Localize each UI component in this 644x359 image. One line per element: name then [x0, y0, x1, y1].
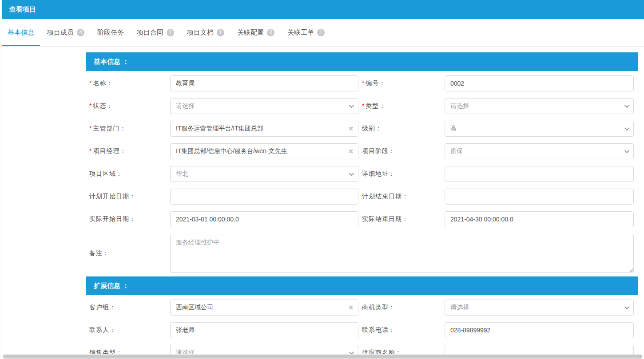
department-clear-icon[interactable]: ✖ — [348, 126, 354, 132]
customer-group-input[interactable] — [170, 300, 358, 316]
tab-project-members[interactable]: 项目成员 4 — [41, 19, 90, 46]
actual-end-input[interactable] — [445, 211, 634, 227]
field-label-plan-end: 计划结束日期： — [358, 193, 445, 201]
required-marker: * — [362, 79, 364, 87]
remark-textarea[interactable]: 服务经理维护中 — [170, 234, 634, 273]
section-title: 扩展信息 ： — [94, 282, 129, 290]
tab-label: 项目合同 — [137, 28, 163, 37]
field-label-actual-start: 实际开始日期： — [86, 215, 170, 223]
section-header-extended: 扩展信息 ： — [86, 276, 638, 295]
field-label-code: * 编号： — [358, 79, 445, 87]
actual-start-input[interactable] — [170, 211, 358, 227]
form-content: 基本信息 ： * 名称： * 编号： * 状态： — [86, 47, 638, 359]
window-titlebar: 查看项目 — [2, 0, 644, 19]
phone-input[interactable] — [445, 322, 634, 338]
tab-label: 关联工单 — [287, 28, 314, 37]
level-select[interactable]: 高 — [445, 121, 634, 137]
plan-end-input[interactable] — [445, 189, 634, 205]
field-label-address: 详细地址： — [358, 170, 445, 178]
field-label-region: 项目区域： — [86, 170, 170, 178]
field-label-contact: 联系人： — [86, 326, 170, 334]
required-marker: * — [89, 125, 91, 132]
field-label-opportunity-type: 商机类型： — [358, 304, 445, 312]
contact-input[interactable] — [170, 322, 358, 338]
type-select[interactable]: 请选择 — [445, 98, 634, 114]
tab-stage-tasks[interactable]: 阶段任务 — [91, 19, 130, 46]
customer-group-clear-icon[interactable]: ✖ — [348, 304, 354, 311]
field-label-status: * 状态： — [86, 102, 170, 110]
tab-related-tickets[interactable]: 关联工单 1 — [282, 19, 330, 46]
field-label-phone: 联系电话： — [358, 326, 445, 334]
address-input[interactable] — [445, 166, 634, 182]
field-label-actual-end: 实际结束日期： — [358, 215, 445, 223]
basic-info-grid: * 名称： * 编号： * 状态： 请选择 — [86, 75, 634, 273]
required-marker: * — [362, 102, 364, 109]
horizontal-scrollbar-track — [0, 354, 644, 359]
field-label-customer-group: 客户组： — [86, 304, 170, 312]
chevron-down-icon — [349, 103, 354, 108]
count-badge: 0 — [267, 29, 274, 36]
stage-select[interactable]: 质保 — [445, 143, 634, 159]
chevron-down-icon — [624, 103, 629, 108]
field-label-level: 级别： — [358, 125, 445, 133]
field-label-stage: 项目阶段： — [358, 147, 445, 155]
required-marker: * — [89, 79, 91, 87]
section-header-basic: 基本信息 ： — [86, 52, 638, 71]
tab-bar: 基本信息 项目成员 4 阶段任务 项目合同 1 项目文档 1 关联配置 0 关联… — [0, 19, 644, 47]
field-label-department: * 主管部门： — [86, 125, 170, 133]
code-input[interactable] — [445, 75, 634, 91]
tab-label: 项目成员 — [47, 28, 74, 37]
tab-project-documents[interactable]: 项目文档 1 — [181, 19, 230, 46]
extended-info-grid: 客户组： ✖ 商机类型： 请选择 联系人： — [86, 300, 634, 359]
field-label-type: * 类型： — [358, 102, 445, 110]
manager-input[interactable] — [170, 143, 358, 159]
region-select[interactable]: 华北 — [170, 166, 358, 182]
chevron-down-icon — [624, 304, 629, 309]
page-title: 查看项目 — [9, 5, 36, 14]
count-badge: 4 — [77, 29, 84, 36]
field-label-plan-start: 计划开始日期： — [86, 193, 170, 201]
tab-label: 阶段任务 — [97, 28, 124, 37]
count-badge: 1 — [167, 29, 174, 36]
horizontal-scrollbar-thumb[interactable] — [3, 355, 642, 359]
tab-basic-info[interactable]: 基本信息 — [2, 19, 40, 46]
name-input[interactable] — [170, 75, 358, 91]
manager-clear-icon[interactable]: ✖ — [348, 148, 354, 154]
count-badge: 1 — [217, 29, 224, 36]
field-label-remark: 备注： — [86, 249, 170, 257]
required-marker: * — [89, 147, 91, 154]
tab-label: 关联配置 — [237, 28, 264, 37]
tab-related-configs[interactable]: 关联配置 0 — [231, 19, 280, 46]
count-badge: 1 — [317, 29, 325, 36]
tab-label: 项目文档 — [187, 28, 214, 37]
department-input[interactable] — [170, 121, 358, 137]
tab-project-contracts[interactable]: 项目合同 1 — [131, 19, 180, 46]
opportunity-type-select[interactable]: 请选择 — [445, 300, 634, 316]
field-label-name: * 名称： — [86, 79, 170, 87]
section-title: 基本信息 ： — [94, 58, 129, 66]
tab-label: 基本信息 — [8, 28, 34, 37]
field-label-manager: * 项目经理： — [86, 147, 170, 155]
chevron-down-icon — [624, 126, 629, 130]
chevron-down-icon — [624, 148, 629, 153]
view-project-page: 查看项目 基本信息 项目成员 4 阶段任务 项目合同 1 项目文档 1 关联配置… — [0, 0, 644, 359]
chevron-down-icon — [349, 171, 354, 176]
status-select[interactable]: 请选择 — [170, 98, 358, 114]
required-marker: * — [89, 102, 91, 109]
plan-start-input[interactable] — [170, 189, 358, 205]
